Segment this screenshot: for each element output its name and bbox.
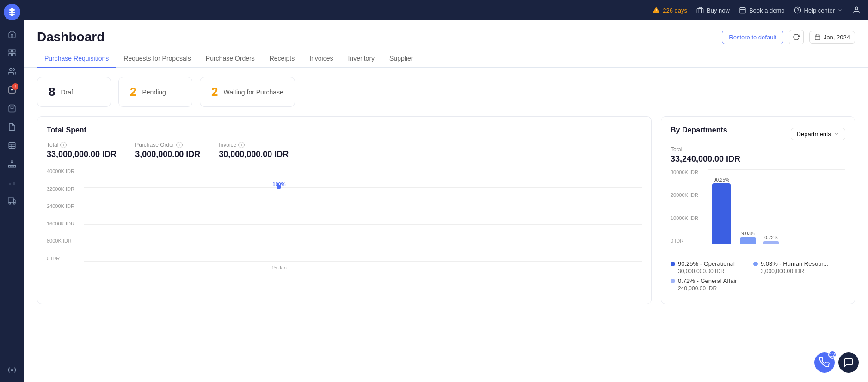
legend-dot-hr: [753, 262, 758, 266]
by-departments-panel: By Departments Departments Total 33,240,…: [661, 116, 855, 304]
stat-invoice: Invoice i 30,000,000.00 IDR: [219, 142, 289, 159]
svg-rect-1: [13, 50, 15, 52]
sidebar-item-tasks[interactable]: !: [4, 81, 20, 98]
draft-label: Draft: [61, 88, 74, 96]
svg-rect-27: [740, 8, 745, 13]
svg-rect-2: [9, 54, 11, 56]
tab-invoices[interactable]: Invoices: [302, 50, 340, 68]
svg-rect-3: [13, 54, 15, 56]
dept-header: By Departments Departments: [671, 126, 845, 142]
buy-now-button[interactable]: Buy now: [696, 6, 730, 14]
sidebar-item-home[interactable]: [4, 26, 20, 43]
svg-point-33: [855, 7, 858, 10]
legend-dot-general: [671, 279, 675, 283]
tab-purchase-orders[interactable]: Purchase Orders: [198, 50, 262, 68]
svg-point-22: [13, 202, 15, 204]
tab-supplier[interactable]: Supplier: [382, 50, 420, 68]
svg-rect-26: [697, 9, 703, 13]
sidebar-item-invoice[interactable]: [4, 119, 20, 135]
y-axis: 40000K IDR 32000K IDR 24000K IDR 16000K …: [47, 169, 74, 261]
book-demo-button[interactable]: Book a demo: [739, 6, 785, 14]
legend-item-hr: 9.03% - Human Resour... 3,000,000.00 IDR: [753, 260, 828, 275]
header-actions: Restore to default Jan, 2024: [722, 30, 855, 44]
dept-total-label: Total: [671, 146, 845, 153]
refresh-button[interactable]: [789, 30, 804, 44]
total-spent-title: Total Spent: [47, 126, 642, 134]
chart-body: 100% 15 Jan: [84, 169, 642, 261]
tab-purchase-requisitions[interactable]: Purchase Requisitions: [37, 50, 116, 68]
sidebar-item-grid[interactable]: [4, 44, 20, 61]
page-title: Dashboard: [37, 30, 105, 44]
bar-hr-fill: [740, 237, 756, 244]
invoice-label: Invoice i: [219, 142, 289, 148]
help-center-button[interactable]: Help center: [794, 6, 843, 14]
svg-rect-6: [9, 142, 15, 149]
pending-label: Pending: [142, 88, 166, 96]
chat-bubble[interactable]: [838, 352, 859, 373]
grid-line-0: [84, 169, 642, 169]
invoice-info-icon[interactable]: i: [238, 142, 245, 148]
legend-row-2: 0.72% - General Affair 240,000.00 IDR: [671, 277, 845, 292]
po-info-icon[interactable]: i: [176, 142, 183, 148]
restore-default-button[interactable]: Restore to default: [722, 31, 783, 44]
page-header: Dashboard Restore to default Jan, 2024: [24, 20, 868, 50]
chart-stats: Total i 33,000,000.00 IDR Purchase Order…: [47, 142, 642, 159]
stat-total: Total i 33,000,000.00 IDR: [47, 142, 117, 159]
chart-dot: [277, 185, 281, 189]
svg-point-21: [9, 202, 11, 204]
bar-grid-3: [708, 244, 845, 244]
departments-dropdown[interactable]: Departments: [791, 128, 845, 140]
line-chart: 40000K IDR 32000K IDR 24000K IDR 16000K …: [47, 169, 642, 270]
dept-total-stat: Total 33,240,000.00 IDR: [671, 146, 845, 164]
legend-dot-operational: [671, 262, 675, 266]
bar-y-axis: 30000K IDR 20000K IDR 10000K IDR 0 IDR: [671, 169, 698, 244]
legend-row-1: 90.25% - Operational 30,000,000.00 IDR 9…: [671, 260, 845, 275]
tab-inventory[interactable]: Inventory: [340, 50, 382, 68]
bar-general-fill: [763, 241, 779, 244]
content-area: Dashboard Restore to default Jan, 2024 P…: [24, 20, 868, 382]
status-card-pending[interactable]: 2 Pending: [118, 77, 192, 107]
user-profile-button[interactable]: [852, 6, 861, 14]
sidebar-item-purchase[interactable]: [4, 100, 20, 117]
tab-rfp[interactable]: Requests for Proposals: [116, 50, 198, 68]
help-bubble[interactable]: 12: [814, 352, 835, 373]
bar-hr: 9.03%: [740, 231, 756, 244]
total-info-icon[interactable]: i: [60, 142, 67, 148]
legend: 90.25% - Operational 30,000,000.00 IDR 9…: [671, 260, 845, 292]
main-wrapper: 226 days Buy now Book a demo Help center…: [24, 0, 868, 382]
bar-grid-0: [708, 169, 845, 170]
draft-count: 8: [49, 85, 55, 99]
sidebar-item-delivery[interactable]: [4, 193, 20, 209]
status-card-draft[interactable]: 8 Draft: [37, 77, 111, 107]
app-logo[interactable]: [4, 4, 20, 20]
sidebar-item-settings[interactable]: [4, 362, 20, 378]
date-display[interactable]: Jan, 2024: [809, 31, 855, 44]
sidebar-item-org[interactable]: [4, 156, 20, 172]
bar-general: 0.72%: [763, 235, 779, 244]
sidebar-item-table[interactable]: [4, 137, 20, 154]
waiting-count: 2: [211, 85, 218, 99]
legend-item-general: 0.72% - General Affair 240,000.00 IDR: [671, 277, 737, 292]
sidebar-item-chart[interactable]: [4, 174, 20, 191]
dept-total-value: 33,240,000.00 IDR: [671, 154, 845, 164]
tab-receipts[interactable]: Receipts: [262, 50, 302, 68]
pending-count: 2: [130, 85, 136, 99]
svg-rect-19: [8, 198, 13, 202]
days-warning[interactable]: 226 days: [653, 6, 687, 14]
invoice-value: 30,000,000.00 IDR: [219, 150, 289, 159]
svg-marker-20: [13, 200, 16, 202]
svg-rect-10: [11, 161, 13, 162]
status-card-waiting[interactable]: 2 Waiting for Purchase: [200, 77, 295, 107]
total-spent-panel: Total Spent Total i 33,000,000.00 IDR Pu…: [37, 116, 652, 304]
stat-po: Purchase Order i 3,000,000.00 IDR: [135, 142, 200, 159]
svg-point-4: [10, 68, 12, 71]
bar-operational-fill: [712, 183, 731, 244]
date-value: Jan, 2024: [824, 34, 850, 41]
charts-row: Total Spent Total i 33,000,000.00 IDR Pu…: [24, 116, 868, 313]
grid-line-4: [84, 243, 642, 243]
grid-line-2: [84, 206, 642, 206]
sidebar-item-users[interactable]: [4, 63, 20, 80]
svg-rect-34: [815, 35, 820, 40]
svg-rect-0: [9, 50, 11, 52]
grid-line-1: [84, 187, 642, 188]
